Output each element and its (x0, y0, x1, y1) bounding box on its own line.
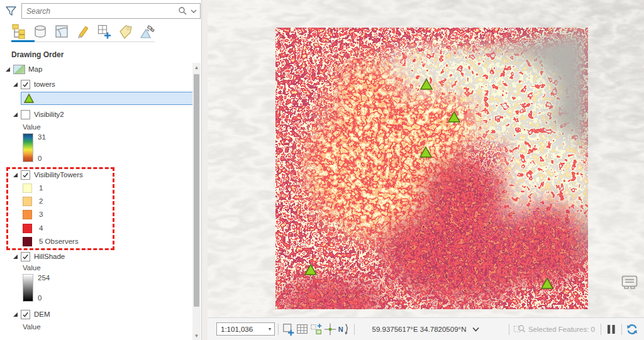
expander-icon[interactable] (13, 254, 18, 260)
contents-tabs (10, 23, 155, 41)
scrollbar-thumb[interactable] (194, 74, 199, 307)
pane-title: Drawing Order (11, 50, 64, 59)
search-input[interactable] (22, 7, 178, 16)
selected-features-count[interactable]: Selected Features: 0 (528, 326, 595, 333)
pane-splitter[interactable] (202, 0, 208, 340)
hillshade-color-ramp: 254 0 (23, 274, 50, 302)
coordinates-value: 59.9375617°E 34.7820509°N (372, 326, 467, 333)
ramp-max-label: 31 (38, 133, 46, 141)
search-dropdown-chevron-icon[interactable] (190, 8, 197, 15)
statusbar-separator (601, 324, 601, 335)
tree-item-dem[interactable]: DEM (0, 308, 195, 321)
legend-swatch[interactable] (23, 210, 32, 219)
legend-class-4[interactable]: 4 (23, 223, 43, 233)
expander-icon[interactable] (13, 172, 18, 178)
tree-item-map[interactable]: Map (0, 63, 187, 75)
ramp-min-label: 0 (38, 155, 46, 162)
scroll-up-icon[interactable]: ▲ (192, 63, 201, 72)
map-view: 1:101,036 ▾ (208, 0, 644, 340)
tree-item-label: VisibilityTowers (34, 171, 83, 178)
search-icon[interactable] (178, 6, 187, 16)
statusbar-right-group: Selected Features: 0 (506, 322, 639, 336)
visibility2-value-label: Value (23, 123, 41, 131)
tree-item-hillshade[interactable]: HillShade (0, 250, 195, 263)
new-map-frame-icon[interactable] (282, 322, 296, 336)
legend-swatch[interactable] (23, 197, 32, 206)
hillshade-checkbox[interactable] (21, 252, 30, 261)
selected-features-icon (513, 322, 526, 336)
statusbar-separator (509, 324, 509, 335)
visibility-raster-layer (275, 28, 588, 309)
scale-value: 1:101,036 (217, 326, 265, 333)
towers-symbol-row-selected[interactable] (21, 92, 193, 105)
coordinates-readout[interactable]: 59.9375617°E 34.7820509°N (372, 326, 480, 333)
search-box (21, 3, 201, 19)
tree-item-label: DEM (34, 310, 50, 318)
tree-item-label: HillShade (34, 253, 65, 260)
snapping-icon[interactable] (309, 322, 323, 336)
legend-swatch[interactable] (23, 184, 32, 193)
coordinates-chevron-icon[interactable] (472, 326, 479, 332)
grid-icon[interactable] (296, 322, 309, 336)
visibilitytowers-checkbox[interactable] (21, 170, 30, 180)
expander-icon[interactable] (13, 112, 18, 118)
visibility2-ramp-swatch[interactable] (23, 133, 33, 162)
dem-value-label: Value (23, 323, 41, 331)
legend-label: 3 (39, 211, 43, 218)
tab-list-by-perspective-imagery[interactable] (138, 23, 155, 40)
tree-item-visibility2[interactable]: Visibility2 (0, 108, 195, 121)
contents-scrollbar[interactable]: ▲ ▼ (192, 63, 201, 340)
popup-dock-icon[interactable] (621, 275, 638, 292)
hillshade-ramp-swatch[interactable] (23, 274, 33, 302)
map-thumbnail-icon (13, 65, 25, 74)
scale-dropdown-caret-icon[interactable]: ▾ (265, 326, 274, 332)
legend-class-3[interactable]: 3 (23, 209, 43, 219)
pause-drawing-icon[interactable] (604, 322, 618, 336)
ramp-min-label: 0 (38, 294, 50, 302)
tree-item-label: Map (28, 65, 42, 73)
crosshair-icon[interactable] (323, 322, 337, 336)
contents-search-row (0, 0, 201, 21)
filter-funnel-icon[interactable] (5, 5, 18, 18)
hillshade-value-label: Value (23, 264, 41, 271)
towers-checkbox[interactable] (21, 80, 30, 89)
tab-list-by-editing[interactable] (74, 23, 91, 40)
statusbar-separator (621, 324, 622, 335)
legend-class-1[interactable]: 1 (23, 183, 43, 193)
tree-item-visibilitytowers[interactable]: VisibilityTowers (0, 168, 195, 181)
legend-swatch[interactable] (23, 237, 32, 246)
expander-icon[interactable] (13, 312, 18, 317)
legend-label: 4 (39, 224, 43, 232)
visibility2-color-ramp: 31 0 (23, 133, 46, 162)
statusbar-separator (354, 324, 355, 335)
legend-class-2[interactable]: 2 (23, 196, 43, 206)
tab-list-by-selection[interactable] (53, 23, 70, 40)
tab-list-by-drawing-order[interactable] (10, 23, 27, 40)
expander-icon[interactable] (5, 67, 11, 72)
tab-list-by-labeling[interactable] (117, 23, 134, 40)
tab-list-by-data-source[interactable] (31, 23, 48, 40)
map-canvas[interactable] (208, 0, 644, 317)
legend-class-5-observers[interactable]: 5 Observers (23, 236, 79, 246)
legend-label: 1 (39, 184, 43, 192)
contents-pane: Drawing Order Map towers (0, 0, 202, 340)
statusbar-separator (278, 324, 279, 335)
tower-symbol-triangle (23, 93, 35, 104)
tab-list-by-snapping[interactable] (96, 23, 113, 40)
tree-item-label: Visibility2 (34, 111, 64, 118)
dem-checkbox[interactable] (21, 310, 30, 319)
expander-icon[interactable] (13, 82, 18, 87)
tree-item-towers[interactable]: towers (0, 78, 195, 90)
scale-combobox[interactable]: 1:101,036 ▾ (216, 322, 275, 336)
map-status-bar: 1:101,036 ▾ (208, 317, 644, 340)
north-arrow-icon[interactable]: N (337, 322, 351, 336)
arcgis-pro-window: Drawing Order Map towers (0, 0, 644, 340)
legend-swatch[interactable] (23, 224, 32, 233)
legend-label: 5 Observers (39, 238, 79, 245)
refresh-icon[interactable] (625, 322, 639, 336)
visibility2-checkbox[interactable] (21, 110, 30, 119)
scroll-down-icon[interactable]: ▼ (192, 331, 201, 340)
active-tab-underline (11, 40, 35, 42)
tree-item-label: towers (34, 80, 55, 88)
legend-label: 2 (39, 197, 43, 205)
